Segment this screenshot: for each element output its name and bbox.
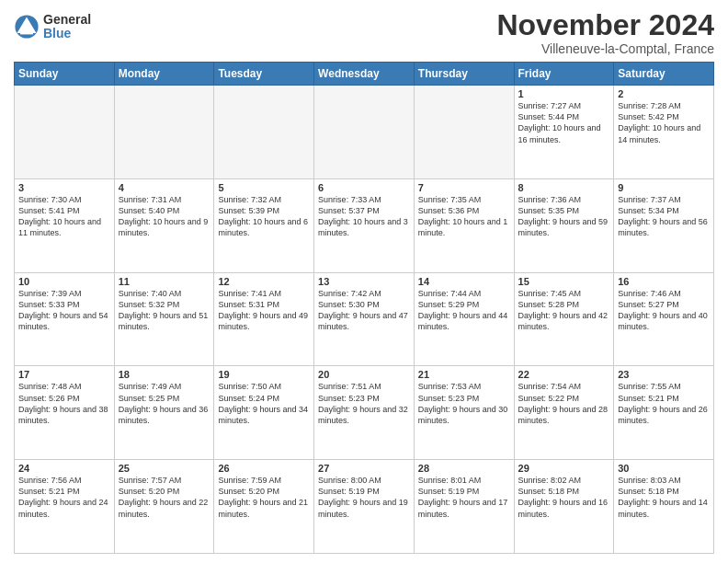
calendar-cell bbox=[114, 86, 214, 179]
day-number: 27 bbox=[318, 463, 410, 474]
day-info: Sunrise: 7:57 AM Sunset: 5:20 PM Dayligh… bbox=[119, 475, 210, 520]
calendar-cell: 21Sunrise: 7:53 AM Sunset: 5:23 PM Dayli… bbox=[414, 366, 514, 460]
day-info: Sunrise: 7:46 AM Sunset: 5:27 PM Dayligh… bbox=[618, 288, 710, 333]
day-number: 28 bbox=[418, 463, 510, 474]
logo: General Blue bbox=[14, 13, 91, 41]
day-info: Sunrise: 7:37 AM Sunset: 5:34 PM Dayligh… bbox=[618, 194, 710, 239]
col-thursday: Thursday bbox=[414, 63, 514, 86]
day-number: 21 bbox=[418, 369, 510, 380]
day-info: Sunrise: 7:53 AM Sunset: 5:23 PM Dayligh… bbox=[418, 381, 510, 426]
logo-icon bbox=[14, 14, 40, 40]
day-info: Sunrise: 8:01 AM Sunset: 5:19 PM Dayligh… bbox=[418, 475, 510, 520]
day-info: Sunrise: 7:59 AM Sunset: 5:20 PM Dayligh… bbox=[218, 475, 310, 520]
calendar-cell: 11Sunrise: 7:40 AM Sunset: 5:32 PM Dayli… bbox=[114, 272, 214, 366]
day-number: 13 bbox=[318, 276, 410, 287]
day-number: 7 bbox=[418, 182, 510, 193]
calendar-cell: 13Sunrise: 7:42 AM Sunset: 5:30 PM Dayli… bbox=[314, 272, 415, 366]
month-title: November 2024 bbox=[496, 9, 714, 41]
day-number: 22 bbox=[518, 369, 610, 380]
day-number: 14 bbox=[418, 276, 510, 287]
calendar-cell: 20Sunrise: 7:51 AM Sunset: 5:23 PM Dayli… bbox=[314, 366, 415, 460]
col-tuesday: Tuesday bbox=[214, 63, 314, 86]
calendar-cell bbox=[314, 86, 415, 179]
calendar-cell: 29Sunrise: 8:02 AM Sunset: 5:18 PM Dayli… bbox=[514, 460, 614, 554]
day-number: 6 bbox=[318, 182, 410, 193]
calendar-cell: 24Sunrise: 7:56 AM Sunset: 5:21 PM Dayli… bbox=[15, 460, 115, 554]
svg-rect-2 bbox=[20, 32, 33, 35]
calendar-cell: 17Sunrise: 7:48 AM Sunset: 5:26 PM Dayli… bbox=[15, 366, 115, 460]
col-sunday: Sunday bbox=[15, 63, 115, 86]
day-number: 26 bbox=[218, 463, 310, 474]
day-info: Sunrise: 7:40 AM Sunset: 5:32 PM Dayligh… bbox=[119, 288, 210, 333]
day-number: 12 bbox=[218, 276, 310, 287]
logo-text: General Blue bbox=[43, 13, 91, 41]
location: Villeneuve-la-Comptal, France bbox=[496, 41, 714, 56]
calendar-cell: 12Sunrise: 7:41 AM Sunset: 5:31 PM Dayli… bbox=[214, 272, 314, 366]
day-number: 18 bbox=[119, 369, 210, 380]
calendar-cell: 23Sunrise: 7:55 AM Sunset: 5:21 PM Dayli… bbox=[614, 366, 714, 460]
day-number: 1 bbox=[518, 88, 610, 99]
calendar-cell: 28Sunrise: 8:01 AM Sunset: 5:19 PM Dayli… bbox=[414, 460, 514, 554]
day-number: 4 bbox=[119, 182, 210, 193]
calendar-cell bbox=[15, 86, 115, 179]
day-info: Sunrise: 8:02 AM Sunset: 5:18 PM Dayligh… bbox=[518, 475, 610, 520]
day-number: 23 bbox=[618, 369, 710, 380]
calendar-cell: 14Sunrise: 7:44 AM Sunset: 5:29 PM Dayli… bbox=[414, 272, 514, 366]
day-info: Sunrise: 7:49 AM Sunset: 5:25 PM Dayligh… bbox=[119, 381, 210, 426]
calendar-cell: 26Sunrise: 7:59 AM Sunset: 5:20 PM Dayli… bbox=[214, 460, 314, 554]
day-info: Sunrise: 7:41 AM Sunset: 5:31 PM Dayligh… bbox=[218, 288, 310, 333]
day-number: 8 bbox=[518, 182, 610, 193]
col-saturday: Saturday bbox=[614, 63, 714, 86]
calendar-cell: 6Sunrise: 7:33 AM Sunset: 5:37 PM Daylig… bbox=[314, 178, 415, 272]
calendar-cell: 7Sunrise: 7:35 AM Sunset: 5:36 PM Daylig… bbox=[414, 178, 514, 272]
calendar-cell bbox=[214, 86, 314, 179]
calendar-cell: 15Sunrise: 7:45 AM Sunset: 5:28 PM Dayli… bbox=[514, 272, 614, 366]
calendar-week-2: 10Sunrise: 7:39 AM Sunset: 5:33 PM Dayli… bbox=[15, 272, 714, 366]
col-monday: Monday bbox=[114, 63, 214, 86]
calendar-week-3: 17Sunrise: 7:48 AM Sunset: 5:26 PM Dayli… bbox=[15, 366, 714, 460]
calendar-week-1: 3Sunrise: 7:30 AM Sunset: 5:41 PM Daylig… bbox=[15, 178, 714, 272]
calendar-cell: 10Sunrise: 7:39 AM Sunset: 5:33 PM Dayli… bbox=[15, 272, 115, 366]
day-info: Sunrise: 7:30 AM Sunset: 5:41 PM Dayligh… bbox=[18, 194, 110, 239]
calendar-cell: 1Sunrise: 7:27 AM Sunset: 5:44 PM Daylig… bbox=[514, 86, 614, 179]
calendar-cell: 9Sunrise: 7:37 AM Sunset: 5:34 PM Daylig… bbox=[614, 178, 714, 272]
day-info: Sunrise: 7:55 AM Sunset: 5:21 PM Dayligh… bbox=[618, 381, 710, 426]
day-number: 10 bbox=[18, 276, 110, 287]
calendar-cell: 30Sunrise: 8:03 AM Sunset: 5:18 PM Dayli… bbox=[614, 460, 714, 554]
day-info: Sunrise: 8:03 AM Sunset: 5:18 PM Dayligh… bbox=[618, 475, 710, 520]
calendar-cell: 18Sunrise: 7:49 AM Sunset: 5:25 PM Dayli… bbox=[114, 366, 214, 460]
day-number: 25 bbox=[119, 463, 210, 474]
day-info: Sunrise: 7:54 AM Sunset: 5:22 PM Dayligh… bbox=[518, 381, 610, 426]
logo-general: General bbox=[43, 13, 91, 27]
day-number: 24 bbox=[18, 463, 110, 474]
day-info: Sunrise: 7:39 AM Sunset: 5:33 PM Dayligh… bbox=[18, 288, 110, 333]
calendar-cell bbox=[414, 86, 514, 179]
calendar-cell: 16Sunrise: 7:46 AM Sunset: 5:27 PM Dayli… bbox=[614, 272, 714, 366]
calendar-week-0: 1Sunrise: 7:27 AM Sunset: 5:44 PM Daylig… bbox=[15, 86, 714, 179]
page: General Blue November 2024 Villeneuve-la… bbox=[0, 0, 728, 563]
day-number: 15 bbox=[518, 276, 610, 287]
day-info: Sunrise: 7:45 AM Sunset: 5:28 PM Dayligh… bbox=[518, 288, 610, 333]
day-number: 3 bbox=[18, 182, 110, 193]
calendar-cell: 27Sunrise: 8:00 AM Sunset: 5:19 PM Dayli… bbox=[314, 460, 415, 554]
day-number: 2 bbox=[618, 88, 710, 99]
day-number: 30 bbox=[618, 463, 710, 474]
calendar-header-row: Sunday Monday Tuesday Wednesday Thursday… bbox=[15, 63, 714, 86]
day-number: 29 bbox=[518, 463, 610, 474]
day-info: Sunrise: 8:00 AM Sunset: 5:19 PM Dayligh… bbox=[318, 475, 410, 520]
day-info: Sunrise: 7:42 AM Sunset: 5:30 PM Dayligh… bbox=[318, 288, 410, 333]
calendar-cell: 25Sunrise: 7:57 AM Sunset: 5:20 PM Dayli… bbox=[114, 460, 214, 554]
logo-blue: Blue bbox=[43, 27, 91, 40]
calendar-cell: 5Sunrise: 7:32 AM Sunset: 5:39 PM Daylig… bbox=[214, 178, 314, 272]
day-number: 19 bbox=[218, 369, 310, 380]
day-info: Sunrise: 7:32 AM Sunset: 5:39 PM Dayligh… bbox=[218, 194, 310, 239]
calendar-cell: 22Sunrise: 7:54 AM Sunset: 5:22 PM Dayli… bbox=[514, 366, 614, 460]
day-number: 5 bbox=[218, 182, 310, 193]
day-info: Sunrise: 7:28 AM Sunset: 5:42 PM Dayligh… bbox=[618, 100, 710, 145]
calendar-cell: 8Sunrise: 7:36 AM Sunset: 5:35 PM Daylig… bbox=[514, 178, 614, 272]
day-info: Sunrise: 7:48 AM Sunset: 5:26 PM Dayligh… bbox=[18, 381, 110, 426]
day-info: Sunrise: 7:51 AM Sunset: 5:23 PM Dayligh… bbox=[318, 381, 410, 426]
header: General Blue November 2024 Villeneuve-la… bbox=[14, 9, 714, 56]
day-number: 16 bbox=[618, 276, 710, 287]
calendar-cell: 2Sunrise: 7:28 AM Sunset: 5:42 PM Daylig… bbox=[614, 86, 714, 179]
